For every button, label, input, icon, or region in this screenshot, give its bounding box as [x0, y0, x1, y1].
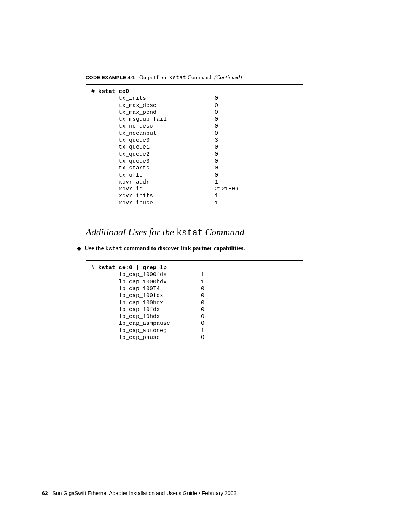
caption-label: CODE EXAMPLE 4-1	[86, 75, 135, 80]
code-row: lp_cap_autoneg 1	[91, 328, 298, 334]
section-mono: kstat	[177, 228, 203, 238]
caption-mono: kstat	[169, 75, 186, 81]
code1-command-line: # kstat ce0	[91, 88, 298, 95]
page-number: 62	[42, 490, 48, 496]
footer-title: Sun GigaSwift Ethernet Adapter Installat…	[53, 490, 237, 496]
code-row: tx_max_desc 0	[91, 102, 298, 109]
caption-lead: Output from	[139, 74, 169, 80]
page-footer: 62Sun GigaSwift Ethernet Adapter Install…	[42, 490, 236, 496]
code1-rows: tx_inits 0 tx_max_desc 0 tx_max_pend 0 t…	[91, 95, 298, 207]
code2-command: kstat ce:0 | grep lp_	[98, 265, 170, 271]
code-row: tx_no_desc 0	[91, 123, 298, 130]
bullet-icon: ●	[76, 243, 81, 253]
code-row: lp_cap_100T4 0	[91, 286, 298, 292]
code-row: xcvr_inuse 1	[91, 200, 298, 207]
section-lead: Additional Uses for the	[86, 227, 177, 237]
code1-command: kstat ce0	[98, 88, 129, 95]
code-row: lp_cap_100hdx 0	[91, 300, 298, 307]
code-row: tx_queue0 3	[91, 137, 298, 144]
code-row: lp_cap_1000fdx 1	[91, 272, 298, 278]
caption-continued: (Continued)	[214, 74, 242, 80]
code-row: tx_inits 0	[91, 95, 298, 102]
code2-rows: lp_cap_1000fdx 1 lp_cap_1000hdx 1 lp_cap…	[91, 272, 298, 341]
code-row: tx_queue3 0	[91, 158, 298, 165]
caption-tail: Command	[186, 74, 213, 80]
code-row: tx_nocanput 0	[91, 130, 298, 137]
code2-prompt: #	[91, 265, 98, 271]
section-tail: Command	[203, 227, 244, 237]
code-row: tx_queue2 0	[91, 151, 298, 158]
code-row: xcvr_id 2121809	[91, 186, 298, 193]
code-row: tx_msgdup_fail 0	[91, 116, 298, 123]
code-row: lp_cap_100fdx 0	[91, 292, 298, 299]
code-row: lp_cap_1000hdx 1	[91, 279, 298, 286]
code-row: tx_max_pend 0	[91, 109, 298, 116]
bullet-line: ●Use the kstat command to discover link …	[76, 245, 367, 252]
code-row: xcvr_inits 1	[91, 193, 298, 200]
bullet-tail: command to discover link partner capabil…	[123, 245, 245, 251]
code-row: lp_cap_10fdx 0	[91, 307, 298, 313]
page: CODE EXAMPLE 4-1 Output from kstat Comma…	[0, 0, 411, 532]
code-row: lp_cap_10hdx 0	[91, 313, 298, 320]
code-example-caption: CODE EXAMPLE 4-1 Output from kstat Comma…	[86, 74, 367, 81]
bullet-lead: Use the	[84, 245, 105, 251]
code-box-2: # kstat ce:0 | grep lp_ lp_cap_1000fdx 1…	[86, 260, 303, 347]
code-row: lp_cap_pause 0	[91, 334, 298, 341]
code-row: xcvr_addr 1	[91, 179, 298, 186]
code-row: tx_uflo 0	[91, 172, 298, 179]
code-row: tx_queue1 0	[91, 144, 298, 151]
section-title: Additional Uses for the kstat Command	[86, 227, 367, 238]
code1-prompt: #	[91, 88, 98, 95]
code-row: lp_cap_asmpause 0	[91, 320, 298, 327]
code2-command-line: # kstat ce:0 | grep lp_	[91, 265, 298, 272]
bullet-mono: kstat	[105, 246, 123, 252]
code-box-1: # kstat ce0 tx_inits 0 tx_max_desc 0 tx_…	[86, 84, 303, 212]
code-row: tx_starts 0	[91, 165, 298, 172]
